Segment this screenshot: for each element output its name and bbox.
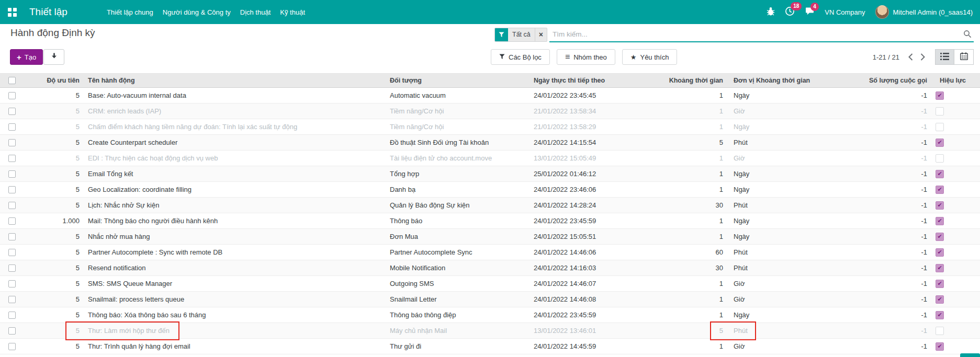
cell-object: Tiềm năng/Cơ hội: [390, 107, 534, 115]
active-checkbox[interactable]: ✔: [936, 139, 944, 147]
row-select-cell: [0, 108, 24, 115]
pager-next-button[interactable]: [917, 51, 929, 63]
row-select-checkbox[interactable]: [8, 92, 16, 99]
row-select-checkbox[interactable]: [8, 186, 16, 193]
active-checkbox[interactable]: ✔: [936, 217, 944, 225]
col-header-interval-unit[interactable]: Đơn vị Khoảng thời gian: [727, 77, 819, 84]
navbar-menu-item[interactable]: Người dùng & Công ty: [158, 5, 235, 20]
active-checkbox[interactable]: ✔: [936, 264, 944, 272]
col-header-interval[interactable]: Khoảng thời gian: [662, 77, 727, 84]
col-header-number-of-calls[interactable]: Số lượng cuộc gọi: [819, 77, 931, 84]
company-switcher[interactable]: VN Company: [825, 8, 865, 16]
pager-previous-button[interactable]: [905, 51, 917, 63]
row-select-checkbox[interactable]: [8, 108, 16, 115]
col-header-active[interactable]: Hiệu lực: [931, 77, 980, 84]
navbar-menu-item[interactable]: Dịch thuật: [235, 5, 276, 20]
debug-bug-button[interactable]: [767, 7, 775, 17]
filters-button[interactable]: Các Bộ lọc: [491, 49, 550, 65]
row-select-checkbox[interactable]: [8, 139, 16, 146]
cell-interval-unit: Ngày: [727, 311, 819, 319]
row-select-checkbox[interactable]: [8, 249, 16, 256]
table-row[interactable]: 5Nhắc nhở mua hàngĐơn Mua24/01/2022 15:0…: [0, 229, 980, 245]
active-checkbox[interactable]: ✔: [936, 280, 944, 288]
active-checkbox[interactable]: ✔: [936, 233, 944, 241]
navbar-menu-item[interactable]: Thiết lập chung: [102, 5, 158, 20]
row-select-checkbox[interactable]: [8, 343, 16, 350]
table-body: 5Base: Auto-vacuum internal dataAutomati…: [0, 88, 980, 354]
col-header-priority[interactable]: Độ ưu tiên: [24, 77, 84, 84]
table-row[interactable]: 5Email Tổng kếtTổng hợp25/01/2022 01:46:…: [0, 166, 980, 182]
cell-interval-number: 30: [662, 201, 727, 209]
navbar-menu-item[interactable]: Kỹ thuật: [275, 5, 310, 20]
table-row[interactable]: 5EDI : Thực hiện các hoạt động dịch vụ w…: [0, 151, 980, 166]
group-by-button[interactable]: ≡Nhóm theo: [557, 49, 615, 65]
cell-action-name: Mail: Thông báo cho người điều hành kênh: [84, 217, 390, 225]
active-checkbox[interactable]: ✔: [936, 327, 944, 335]
row-select-checkbox[interactable]: [8, 327, 16, 335]
apps-menu-button[interactable]: [0, 0, 24, 24]
table-row[interactable]: 5CRM: enrich leads (IAP)Tiềm năng/Cơ hội…: [0, 103, 980, 119]
messages-button[interactable]: 4: [805, 7, 815, 18]
active-checkbox[interactable]: ✔: [936, 91, 944, 100]
row-select-checkbox[interactable]: [8, 264, 16, 272]
search-input[interactable]: [549, 30, 963, 38]
cell-next-execution-date: 24/01/2022 14:15:54: [534, 139, 662, 146]
table-row[interactable]: 5Chấm điểm khách hàng tiềm năng dự đoán:…: [0, 119, 980, 135]
active-checkbox[interactable]: ✔: [936, 342, 944, 351]
calendar-view-button[interactable]: [954, 49, 974, 65]
active-checkbox[interactable]: ✔: [936, 107, 944, 116]
table-row[interactable]: 5Lịch: Nhắc nhở Sự kiệnQuản lý Báo động …: [0, 198, 980, 213]
cell-interval-number: 5: [662, 139, 727, 146]
filter-button-group: Các Bộ lọc≡Nhóm theo★Yêu thích: [491, 49, 677, 65]
cell-object: Tài liệu điện tử cho account.move: [390, 154, 534, 162]
active-checkbox[interactable]: ✔: [936, 311, 944, 319]
table-row[interactable]: 5Geo Localization: coordinate fillingDan…: [0, 182, 980, 198]
select-all-checkbox[interactable]: [8, 77, 16, 84]
col-header-name[interactable]: Tên hành động: [84, 77, 390, 84]
app-title[interactable]: Thiết lập: [29, 6, 67, 18]
table-row[interactable]: 5Partner Autocomplete : Sync with remote…: [0, 245, 980, 260]
corner-widget[interactable]: [960, 353, 980, 357]
active-checkbox[interactable]: ✔: [936, 248, 944, 257]
active-checkbox[interactable]: ✔: [936, 170, 944, 178]
favorites-button[interactable]: ★Yêu thích: [622, 49, 678, 65]
active-checkbox[interactable]: ✔: [936, 123, 944, 131]
row-select-checkbox[interactable]: [8, 202, 16, 209]
active-checkbox[interactable]: ✔: [936, 186, 944, 194]
list-view-button[interactable]: [935, 49, 954, 65]
row-select-checkbox[interactable]: [8, 170, 16, 178]
cell-active: ✔: [931, 139, 980, 147]
row-select-checkbox[interactable]: [8, 155, 16, 162]
table-row[interactable]: 5Snailmail: process letters queueSnailma…: [0, 292, 980, 307]
create-button[interactable]: + Tạo: [10, 49, 43, 65]
row-select-checkbox[interactable]: [8, 123, 16, 131]
user-menu[interactable]: Mitchell Admin (0_saas14): [875, 5, 973, 19]
col-header-next-execution[interactable]: Ngày thực thi tiếp theo: [534, 77, 662, 84]
search-icon[interactable]: [963, 30, 972, 38]
col-header-object[interactable]: Đối tượng: [390, 77, 534, 84]
export-button[interactable]: [43, 49, 64, 65]
activities-button[interactable]: 18: [785, 6, 795, 18]
cell-active: ✔: [931, 201, 980, 210]
table-row[interactable]: 5Create Counterpart schedulerĐồ thuật Si…: [0, 135, 980, 151]
calendar-view-icon: [960, 52, 968, 62]
table-row[interactable]: 5Thông báo: Xóa thông báo sau 6 thángThô…: [0, 307, 980, 323]
navbar-right: 18 4 VN Company Mitchell Admin (0_saas14…: [767, 5, 980, 19]
table-row[interactable]: 5Base: Auto-vacuum internal dataAutomati…: [0, 88, 980, 103]
active-checkbox[interactable]: ✔: [936, 295, 944, 304]
pager: 1-21 / 21: [873, 49, 974, 65]
active-checkbox[interactable]: ✔: [936, 201, 944, 210]
table-row[interactable]: 5Resend notificationMobile Notification2…: [0, 260, 980, 276]
cell-object: Partner Autocomplete Sync: [390, 248, 534, 256]
table-row[interactable]: 5SMS: SMS Queue ManagerOutgoing SMS24/01…: [0, 276, 980, 292]
row-select-checkbox[interactable]: [8, 296, 16, 303]
table-row[interactable]: 5Thư: Trình quản lý hàng đợi emailThư gử…: [0, 339, 980, 354]
row-select-checkbox[interactable]: [8, 280, 16, 287]
row-select-checkbox[interactable]: [8, 312, 16, 319]
row-select-checkbox[interactable]: [8, 217, 16, 225]
table-row[interactable]: 5Thư: Làm mới hộp thư đếnMáy chủ nhận Ma…: [0, 323, 980, 339]
row-select-checkbox[interactable]: [8, 233, 16, 240]
facet-remove-button[interactable]: ×: [535, 28, 547, 41]
active-checkbox[interactable]: ✔: [936, 154, 944, 163]
table-row[interactable]: 1.000Mail: Thông báo cho người điều hành…: [0, 213, 980, 229]
